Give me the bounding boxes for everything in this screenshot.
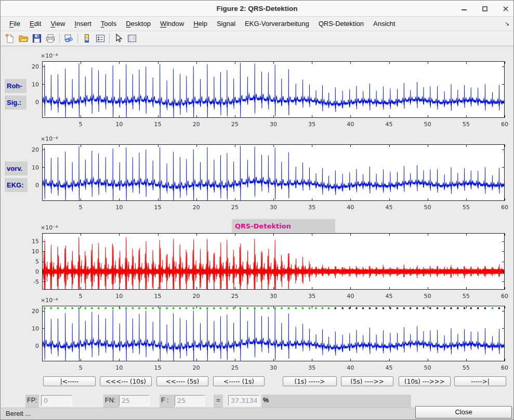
open-file-icon[interactable] [17,32,30,45]
equals-label: = [214,395,223,409]
close-icon[interactable] [502,5,509,12]
nav-button-0[interactable]: |<----- [43,376,96,386]
nav-button-3[interactable]: <----- (1s) [213,376,265,386]
f-input[interactable] [175,395,205,406]
figure-window: Figure 2: QRS-Detektion FileEditViewInse… [0,0,514,420]
percent-input[interactable] [228,395,259,406]
fp-label: FP: [25,395,39,409]
insert-legend-icon[interactable] [94,32,107,45]
link-plot-icon[interactable] [62,32,75,45]
nav-button-4[interactable]: (1s) -----> [283,376,337,386]
plot-qrs-detektion-feature [1,221,514,305]
menu-ekg-vorverarbeitung[interactable]: EKG-Vorverarbeitung [240,17,314,31]
close-button[interactable]: Close [415,406,512,418]
nav-button-6[interactable]: (10s) --->>> [399,376,451,386]
plot-vorverarbeitetes-ekg [1,132,514,216]
menu-edit[interactable]: Edit [25,17,46,31]
print-figure-icon[interactable] [44,32,57,45]
nav-button-7[interactable]: ----->| [454,376,506,386]
menu-qrs-detektion[interactable]: QRS-Detektion [314,17,368,31]
menu-help[interactable]: Help [189,17,212,31]
f-label: F : [160,395,175,409]
menu-ansicht[interactable]: Ansicht [368,17,400,31]
menu-signal[interactable]: Signal [212,17,240,31]
plot-detektions-ergebnis [1,293,514,377]
edit-plot-arrow-icon[interactable] [112,32,125,45]
menu-tools[interactable]: Tools [96,17,121,31]
fn-input[interactable] [119,395,150,406]
new-figure-icon[interactable] [3,32,17,45]
save-figure-icon[interactable] [30,32,44,45]
window-controls [460,1,509,17]
nav-button-5[interactable]: (5s) ---->> [341,376,393,386]
menu-overflow-icon[interactable]: ↘ [505,20,510,27]
toolbar-separator [59,33,60,44]
menu-insert[interactable]: Insert [70,17,96,31]
maximize-icon[interactable] [481,5,489,12]
plot-roh-signal [1,49,514,133]
titlebar: Figure 2: QRS-Detektion [1,1,513,17]
menu-file[interactable]: File [5,17,25,31]
menu-items: FileEditViewInsertToolsDesktopWindowHelp… [5,17,400,31]
nav-button-1[interactable]: <<<--- (10s) [100,376,152,386]
toolbar-separator [109,33,110,44]
plot-tools-icon[interactable] [125,32,139,45]
insert-colorbar-icon[interactable] [80,32,94,45]
toolbar-separator [77,33,78,44]
percent-sign-label: % [261,395,411,409]
menu-desktop[interactable]: Desktop [121,17,155,31]
status-text: Bereit ... [6,410,31,417]
menu-window[interactable]: Window [155,17,189,31]
nav-button-2[interactable]: <<---- (5s) [156,376,208,386]
menubar: FileEditViewInsertToolsDesktopWindowHelp… [1,17,513,31]
toolbar [1,31,513,46]
window-title: Figure 2: QRS-Detektion [1,1,513,17]
minimize-icon[interactable] [460,5,468,12]
fn-label: FN: [103,395,119,409]
menu-view[interactable]: View [46,17,70,31]
fp-input[interactable] [41,395,72,406]
